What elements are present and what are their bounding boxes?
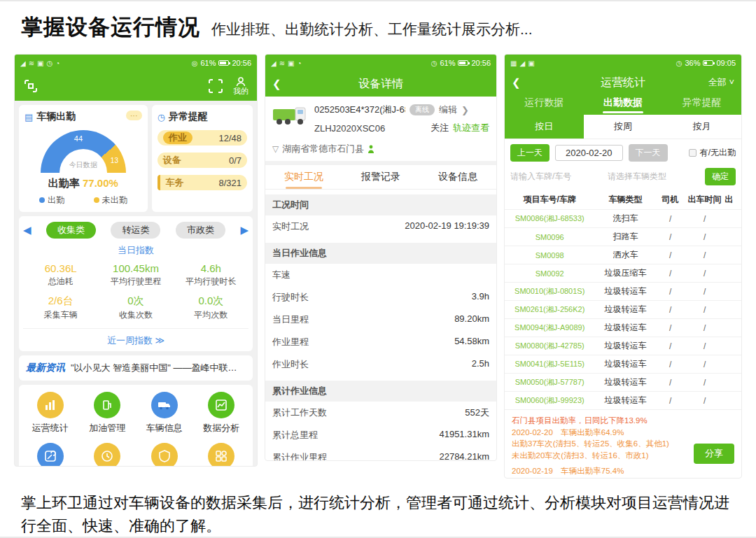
filter-all-dropdown[interactable]: 全部 ˅: [708, 76, 734, 89]
battery-percent: 61%: [440, 59, 455, 67]
app-operation-stats[interactable]: 运营统计: [22, 392, 79, 434]
vehicle-table-body: SM0086(湘J-68533)洗扫车//SM0096扫路车//SM0098洒水…: [505, 210, 741, 410]
kv-row: 当日里程89.20km: [265, 309, 496, 331]
table-row: SM0261(湘J-256K2)垃圾转运车//: [505, 301, 741, 319]
tab-running-data[interactable]: 运行数据: [505, 97, 584, 115]
app-data-analysis[interactable]: 数据分析: [193, 392, 251, 434]
follow-link[interactable]: 关注: [430, 122, 449, 134]
app-repair-usage[interactable]: 维修使用: [22, 443, 79, 467]
date-picker[interactable]: 2020-02-20: [555, 145, 623, 161]
page-header: 掌握设备运行情况 作业排班、出勤统计分析、工作量统计展示分析...: [21, 13, 533, 42]
attendance-filter-checkbox[interactable]: 有/无出勤: [689, 147, 736, 159]
table-cell: /: [656, 287, 685, 297]
tab-transfer[interactable]: 转运类: [111, 222, 160, 239]
battery-percent: 36%: [685, 59, 700, 67]
page-title: 掌握设备运行情况: [21, 13, 200, 42]
table-cell: /: [656, 232, 685, 242]
app-vehicle-info[interactable]: 车辆信息: [136, 392, 193, 434]
nav-header: ❮ 设备详情: [265, 71, 496, 97]
alert-item-work[interactable]: 作业12/48: [158, 130, 247, 146]
cloud-icon: ◔: [298, 59, 302, 67]
confirm-button[interactable]: 确定: [705, 168, 736, 185]
table-cell: /: [685, 323, 724, 333]
battery-icon: [458, 60, 468, 66]
status-pill: 离线: [410, 104, 435, 115]
gauge-center-label: 今日数据: [41, 160, 126, 170]
app-fleet-mgmt[interactable]: 车务管理: [136, 443, 193, 467]
vehicle-id-link[interactable]: SM0050(湘J-57787): [505, 377, 594, 388]
location-row: ▽ 湖南省常德市石门县: [265, 143, 496, 165]
vehicle-id-link[interactable]: SM0094(湘J-A9089): [505, 323, 594, 333]
record-icon: [94, 443, 120, 467]
status-bar: ▦◢▣ ◷36%09:05: [505, 55, 741, 71]
nfc-icon: ▣: [528, 59, 534, 67]
more-menu-button[interactable]: ···: [126, 111, 142, 120]
vehicle-id-link[interactable]: SM0080(湘J-42785): [505, 341, 594, 351]
qr-scan-icon[interactable]: [23, 78, 38, 94]
tab-by-week[interactable]: 按周: [584, 115, 663, 139]
vehicle-id-link[interactable]: SM0041(湘J-5E115): [505, 359, 594, 369]
filter-row: 请输入车牌/车号 请选择车辆类型 确定: [505, 167, 741, 190]
table-cell: /: [685, 378, 724, 388]
tab-by-month[interactable]: 按月: [662, 115, 741, 139]
news-bar[interactable]: 最新资讯 "以小见大 智造美丽中国" ——盈峰中联环境...: [19, 355, 253, 381]
rate-label: 出勤率: [48, 177, 80, 189]
app-grid-card: 运营统计 加油管理 车辆信息 数据分析 维修使用 事故记录 车务管理 配件商城: [19, 385, 253, 467]
attendance-gauge: 44 13 今日数据: [41, 130, 126, 173]
back-icon[interactable]: ❮: [512, 76, 521, 89]
table-cell: 垃圾转运车: [594, 304, 656, 316]
kv-row: 车速: [265, 264, 496, 286]
stat-collect-count: 0次收集次数: [98, 295, 173, 321]
chevron-right-icon[interactable]: ❯: [461, 105, 469, 115]
profile-button[interactable]: 我的: [233, 77, 248, 95]
stat-fuel: 60.36L总油耗: [23, 262, 98, 288]
share-button[interactable]: 分享: [694, 444, 734, 464]
scan-frame-icon[interactable]: [208, 78, 223, 94]
vehicle-type-select[interactable]: 请选择车辆类型: [608, 171, 699, 183]
kv-row: 累计作业里程22784.21km: [265, 446, 496, 461]
table-cell: /: [685, 214, 724, 224]
section-today-work: 当日作业信息 车速 行驶时长3.9h 当日里程89.20km 作业里程54.58…: [265, 243, 496, 376]
table-cell: /: [656, 341, 685, 351]
battery-percent: 61%: [200, 59, 216, 67]
week-index-link[interactable]: 近一周指数 ≫: [23, 328, 248, 347]
tab-alarms[interactable]: 报警记录: [342, 171, 419, 189]
signal-icon: ◢: [271, 59, 276, 67]
back-icon[interactable]: ❮: [272, 78, 281, 90]
app-accident-log[interactable]: 事故记录: [79, 443, 136, 467]
prev-arrow-icon[interactable]: ◀: [23, 224, 31, 236]
vehicle-id-link[interactable]: SM0010(湘J-0801S): [505, 286, 594, 297]
vehicle-id-link[interactable]: SM0086(湘J-68533): [505, 213, 594, 224]
app-fuel-mgmt[interactable]: 加油管理: [79, 392, 136, 434]
vehicle-id-link[interactable]: SM0060(湘J-99923): [505, 395, 594, 406]
tab-device-info[interactable]: 设备信息: [419, 171, 496, 189]
clock-text: 20:56: [232, 59, 251, 67]
next-arrow-icon[interactable]: ▶: [240, 224, 248, 236]
kv-row: 累计总里程41951.31km: [265, 424, 496, 446]
wrench-icon: [37, 443, 64, 467]
alert-item-device[interactable]: 设备0/7: [158, 153, 247, 168]
vehicle-id-link[interactable]: SM0096: [505, 233, 594, 241]
plate-search-input[interactable]: 请输入车牌/车号: [510, 171, 602, 183]
alert-item-fleet[interactable]: 车务8/321: [158, 175, 247, 190]
tab-collection[interactable]: 收集类: [46, 222, 96, 239]
next-day-button[interactable]: 下一天: [629, 144, 668, 162]
tab-attendance-data[interactable]: 出勤数据: [584, 97, 663, 115]
tab-abnormal-alerts[interactable]: 异常提醒: [662, 97, 741, 115]
app-parts-mall[interactable]: 配件商城: [193, 443, 251, 467]
section-title: 工况时间: [265, 194, 496, 215]
table-row: SM0010(湘J-0801S)垃圾转运车//: [505, 283, 741, 301]
prev-day-button[interactable]: 上一天: [510, 144, 550, 162]
vehicle-table: 项目车号/车牌 车辆类型 司机 出车时间 出 SM0086(湘J-68533)洗…: [505, 190, 741, 410]
edit-link[interactable]: 编辑: [439, 104, 457, 116]
signal-icon: ◢: [20, 59, 26, 67]
track-view-link[interactable]: 轨迹查看: [453, 122, 489, 134]
tab-realtime[interactable]: 实时工况: [265, 171, 342, 189]
alarm-icon: ◷: [676, 59, 682, 67]
tab-by-day[interactable]: 按日: [505, 115, 584, 139]
vehicle-id-link[interactable]: SM0098: [505, 251, 594, 260]
vehicle-id-link[interactable]: SM0092: [505, 269, 594, 278]
vehicle-id-link[interactable]: SM0261(湘J-256K2): [505, 304, 594, 315]
tab-municipal[interactable]: 市政类: [176, 222, 225, 239]
status-bar: ◢≋▣◷◔ ◎61%20:56: [15, 55, 257, 71]
